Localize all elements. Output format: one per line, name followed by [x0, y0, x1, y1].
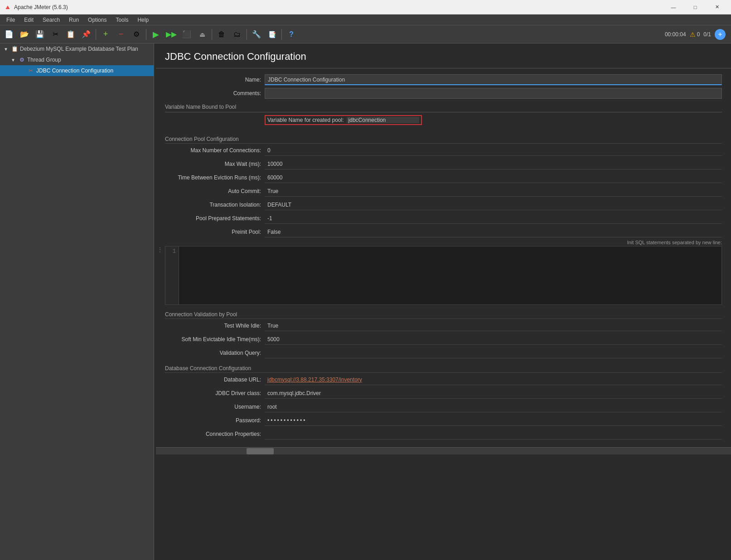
name-input[interactable] [265, 74, 722, 85]
sidebar-item-threadgroup[interactable]: ▼ ⚙ Thread Group [0, 54, 154, 65]
separator-3 [212, 29, 212, 40]
pool-prepared-input[interactable] [265, 213, 722, 224]
menu-tools[interactable]: Tools [111, 16, 133, 24]
variable-name-box: Variable Name for created pool: [265, 115, 422, 125]
connection-properties-input[interactable] [265, 429, 722, 439]
panel-title: JDBC Connection Configuration [156, 43, 731, 68]
menu-file[interactable]: File [2, 16, 19, 24]
timer-display: 00:00:04 [665, 31, 686, 38]
clear-button[interactable]: 🗑 [214, 27, 229, 42]
dots-handle[interactable]: ⋮ [157, 246, 163, 253]
threadgroup-icon: ⚙ [18, 56, 25, 63]
variable-name-field-label: Variable Name for created pool: [267, 117, 344, 123]
save-button[interactable]: 💾 [33, 27, 47, 42]
remove-button[interactable]: − [114, 27, 128, 42]
eviction-label: Time Between Eviction Runs (ms): [165, 174, 265, 181]
max-connections-input[interactable] [265, 145, 722, 156]
horizontal-scrollbar[interactable] [156, 447, 731, 454]
menu-search[interactable]: Search [38, 16, 64, 24]
comments-label: Comments: [165, 90, 265, 97]
validation-query-label: Validation Query: [165, 350, 265, 356]
test-while-idle-row: Test While Idle: [165, 320, 722, 332]
scrollbar-thumb[interactable] [247, 448, 274, 454]
comments-input[interactable] [265, 88, 722, 99]
sql-textarea[interactable] [179, 246, 722, 305]
variable-name-input[interactable] [347, 117, 419, 123]
sql-area-label: Init SQL statements separated by new lin… [627, 240, 722, 245]
app-title: Apache JMeter (5.6.3) [14, 4, 68, 10]
validation-query-input[interactable] [265, 348, 722, 358]
password-input[interactable] [265, 415, 722, 426]
connection-pool-label: Connection Pool Configuration [165, 133, 722, 144]
db-connection-label: Database Connection Configuration [165, 362, 722, 373]
preinit-pool-input[interactable] [265, 227, 722, 237]
soft-min-evictable-row: Soft Min Evictable Idle Time(ms): [165, 333, 722, 345]
pool-prepared-row: Pool Prepared Statements: [165, 212, 722, 224]
menu-run[interactable]: Run [64, 16, 83, 24]
database-url-input[interactable] [265, 374, 722, 385]
menu-options[interactable]: Options [83, 16, 111, 24]
separator-5 [281, 29, 282, 40]
arrow-icon: ▼ [4, 47, 9, 52]
connection-pool-section: Connection Pool Configuration Max Number… [165, 133, 722, 305]
new-testplan-button[interactable]: 📄 [2, 27, 16, 42]
help-button[interactable]: ? [284, 27, 299, 42]
connection-properties-label: Connection Properties: [165, 431, 265, 437]
title-bar: 🔺 Apache JMeter (5.6.3) — □ ✕ [0, 0, 731, 14]
max-wait-label: Max Wait (ms): [165, 161, 265, 167]
templates-button[interactable]: 📑 [265, 27, 279, 42]
menu-help[interactable]: Help [133, 16, 153, 24]
max-wait-row: Max Wait (ms): [165, 158, 722, 170]
username-row: Username: [165, 401, 722, 413]
maximize-button[interactable]: □ [685, 0, 706, 14]
jdbc-label: JDBC Connection Configuration [36, 68, 150, 74]
sidebar-item-testplan[interactable]: ▼ 📋 Debezium MySQL Example Ddatabase Tes… [0, 43, 154, 54]
username-input[interactable] [265, 401, 722, 412]
database-url-row: Database URL: [165, 374, 722, 386]
password-label: Password: [165, 417, 265, 424]
soft-min-evictable-label: Soft Min Evictable Idle Time(ms): [165, 336, 265, 343]
stop-button[interactable]: ⬛ [179, 27, 194, 42]
menu-edit[interactable]: Edit [19, 16, 38, 24]
close-button[interactable]: ✕ [707, 0, 727, 14]
line-number-1: 1 [173, 248, 176, 255]
test-while-idle-label: Test While Idle: [165, 323, 265, 329]
form-area: Name: Comments: Variable Name Bound to P… [156, 68, 731, 447]
variable-name-section-label: Variable Name Bound to Pool [165, 104, 722, 112]
connection-validation-label: Connection Validation by Pool [165, 309, 722, 319]
name-row: Name: [165, 74, 722, 86]
pool-prepared-label: Pool Prepared Statements: [165, 215, 265, 222]
add-button[interactable]: + [98, 27, 113, 42]
sql-area-label-row: Init SQL statements separated by new lin… [165, 240, 722, 245]
transaction-isolation-label: Transaction Isolation: [165, 202, 265, 208]
transaction-isolation-input[interactable] [265, 199, 722, 210]
run-ratio: 0/1 [703, 31, 711, 38]
add-remote-button[interactable]: + [715, 29, 726, 40]
sidebar-item-jdbc[interactable]: ✂ JDBC Connection Configuration [0, 65, 154, 76]
soft-min-evictable-input[interactable] [265, 334, 722, 345]
max-wait-input[interactable] [265, 159, 722, 169]
database-url-label: Database URL: [165, 377, 265, 383]
open-button[interactable]: 📂 [17, 27, 32, 42]
copy-button[interactable]: 📋 [63, 27, 78, 42]
testplan-icon: 📋 [11, 45, 18, 53]
eviction-input[interactable] [265, 172, 722, 183]
toolbar-right: 00:00:04 ⚠ 0 0/1 + [665, 29, 729, 40]
cut-button[interactable]: ✂ [48, 27, 63, 42]
clearall-button[interactable]: 🗂 [230, 27, 244, 42]
start-nopause-button[interactable]: ▶▶ [164, 27, 179, 42]
start-button[interactable]: ▶ [149, 27, 163, 42]
threadgroup-label: Thread Group [27, 57, 150, 63]
jdbc-driver-input[interactable] [265, 388, 722, 399]
auto-commit-input[interactable] [265, 186, 722, 197]
paste-button[interactable]: 📌 [79, 27, 93, 42]
function-helper-button[interactable]: 🔧 [249, 27, 264, 42]
settings-button[interactable]: ⚙ [129, 27, 144, 42]
connection-validation-section: Connection Validation by Pool Test While… [165, 309, 722, 359]
connection-properties-row: Connection Properties: [165, 428, 722, 440]
test-while-idle-input[interactable] [265, 320, 722, 331]
shutdown-button[interactable]: ⏏ [195, 27, 209, 42]
password-row: Password: [165, 415, 722, 426]
auto-commit-row: Auto Commit: [165, 185, 722, 197]
minimize-button[interactable]: — [663, 0, 684, 14]
